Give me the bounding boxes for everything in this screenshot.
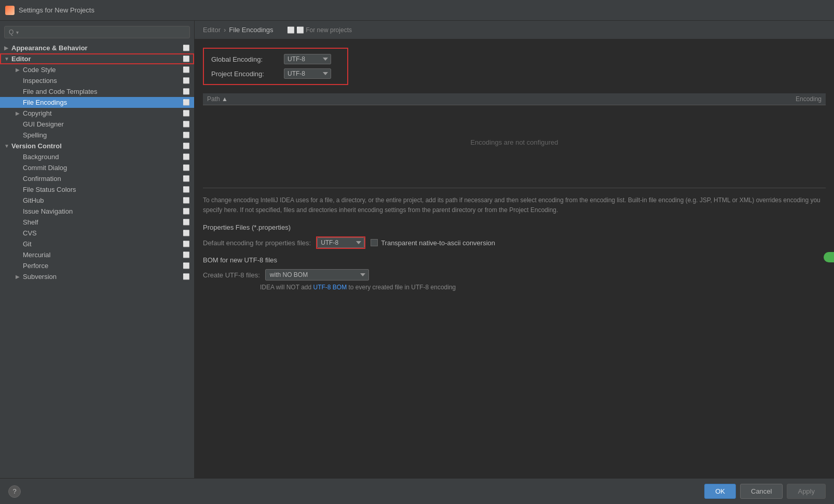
search-dropdown: ▾ bbox=[16, 30, 19, 35]
title-bar: Settings for New Projects bbox=[0, 0, 834, 21]
properties-encoding-row: Default encoding for properties files: U… bbox=[203, 236, 826, 249]
sidebar-item-subversion[interactable]: ▶ Subversion ⬜ bbox=[0, 271, 194, 282]
sidebar-item-copyright[interactable]: ▶ Copyright ⬜ bbox=[0, 108, 194, 119]
copy-icon-copyright: ⬜ bbox=[183, 110, 190, 117]
transparent-conversion-row: Transparent native-to-ascii conversion bbox=[371, 239, 495, 247]
search-box[interactable]: Q ▾ bbox=[4, 26, 190, 38]
create-utf8-label: Create UTF-8 files: bbox=[203, 271, 260, 279]
copy-icon-cvs: ⬜ bbox=[183, 230, 190, 236]
action-buttons: OK Cancel Apply bbox=[704, 484, 826, 499]
copy-icon-file-status-colors: ⬜ bbox=[183, 186, 190, 193]
sidebar-item-label-git: Git bbox=[23, 240, 180, 248]
sidebar-item-commit-dialog[interactable]: Commit Dialog ⬜ bbox=[0, 162, 194, 173]
bottom-bar: ? OK Cancel Apply bbox=[0, 478, 834, 504]
sidebar: Q ▾ ▶ Appearance & Behavior ⬜ ▼ Editor ⬜… bbox=[0, 21, 195, 478]
copy-icon-subversion: ⬜ bbox=[183, 273, 190, 280]
folder-icon: ⬜ bbox=[287, 26, 295, 34]
sidebar-item-code-style[interactable]: ▶ Code Style ⬜ bbox=[0, 64, 194, 75]
sidebar-item-label-code-style: Code Style bbox=[23, 66, 180, 74]
copy-icon-mercurial: ⬜ bbox=[183, 251, 190, 258]
path-column-header[interactable]: Path ▲ bbox=[203, 93, 722, 105]
sidebar-item-label-file-status-colors: File Status Colors bbox=[23, 186, 180, 193]
global-encoding-select[interactable]: UTF-8 UTF-16 ISO-8859-1 bbox=[284, 54, 331, 64]
sidebar-item-inspections[interactable]: Inspections ⬜ bbox=[0, 75, 194, 86]
sidebar-item-perforce[interactable]: Perforce ⬜ bbox=[0, 260, 194, 271]
sidebar-item-appearance[interactable]: ▶ Appearance & Behavior ⬜ bbox=[0, 43, 194, 53]
sidebar-item-label-inspections: Inspections bbox=[23, 77, 180, 85]
default-encoding-label: Default encoding for properties files: bbox=[203, 239, 311, 247]
content-scroll[interactable]: Global Encoding: UTF-8 UTF-16 ISO-8859-1… bbox=[195, 39, 834, 478]
breadcrumb-editor[interactable]: Editor bbox=[203, 26, 221, 34]
tree-arrow-code-style: ▶ bbox=[16, 67, 23, 73]
bom-link[interactable]: UTF-8 BOM bbox=[313, 284, 347, 291]
sidebar-item-background[interactable]: Background ⬜ bbox=[0, 151, 194, 162]
sidebar-item-label-github: GitHub bbox=[23, 197, 180, 204]
properties-select-wrapper: UTF-8 UTF-16 ISO-8859-1 bbox=[316, 236, 365, 249]
copy-icon-appearance: ⬜ bbox=[183, 45, 190, 51]
transparent-conversion-checkbox[interactable] bbox=[371, 239, 378, 246]
encoding-section: Global Encoding: UTF-8 UTF-16 ISO-8859-1… bbox=[203, 48, 348, 85]
sidebar-item-file-code-templates[interactable]: File and Code Templates ⬜ bbox=[0, 86, 194, 97]
properties-encoding-select[interactable]: UTF-8 UTF-16 ISO-8859-1 bbox=[317, 237, 364, 248]
empty-table-row: Encodings are not configured bbox=[203, 105, 826, 180]
tree-arrow-editor: ▼ bbox=[4, 56, 11, 62]
sidebar-item-editor[interactable]: ▼ Editor ⬜ bbox=[0, 53, 194, 64]
sidebar-item-label-confirmation: Confirmation bbox=[23, 175, 180, 183]
path-table: Path ▲ Encoding Encodings are not config… bbox=[203, 93, 826, 179]
sidebar-item-confirmation[interactable]: Confirmation ⬜ bbox=[0, 173, 194, 184]
copy-icon-file-code-templates: ⬜ bbox=[183, 88, 190, 95]
sidebar-item-shelf[interactable]: Shelf ⬜ bbox=[0, 217, 194, 228]
project-encoding-label: Project Encoding: bbox=[211, 70, 279, 78]
cancel-button[interactable]: Cancel bbox=[740, 484, 783, 499]
breadcrumb-file-encodings: File Encodings bbox=[229, 26, 273, 34]
copy-icon-github: ⬜ bbox=[183, 197, 190, 204]
copy-icon-git: ⬜ bbox=[183, 241, 190, 247]
sidebar-item-issue-navigation[interactable]: Issue Navigation ⬜ bbox=[0, 206, 194, 217]
sidebar-item-file-status-colors[interactable]: File Status Colors ⬜ bbox=[0, 184, 194, 195]
bom-select[interactable]: with NO BOM with BOM with BOM if needed bbox=[265, 269, 369, 281]
ok-button[interactable]: OK bbox=[704, 484, 736, 499]
copy-icon-perforce: ⬜ bbox=[183, 262, 190, 269]
copy-icon-commit-dialog: ⬜ bbox=[183, 164, 190, 171]
copy-icon-code-style: ⬜ bbox=[183, 66, 190, 73]
breadcrumb-separator: › bbox=[224, 26, 226, 34]
bom-note: IDEA will NOT add UTF-8 BOM to every cre… bbox=[203, 284, 826, 291]
encoding-column-header[interactable]: Encoding bbox=[722, 93, 826, 105]
apply-button[interactable]: Apply bbox=[787, 484, 826, 499]
search-icon: Q bbox=[9, 29, 13, 36]
copy-icon-version-control: ⬜ bbox=[183, 143, 190, 149]
project-encoding-select[interactable]: UTF-8 UTF-16 ISO-8859-1 bbox=[284, 68, 331, 79]
sidebar-item-cvs[interactable]: CVS ⬜ bbox=[0, 228, 194, 239]
main-container: Q ▾ ▶ Appearance & Behavior ⬜ ▼ Editor ⬜… bbox=[0, 21, 834, 478]
bom-section: BOM for new UTF-8 files Create UTF-8 fil… bbox=[203, 256, 826, 291]
sidebar-item-file-encodings[interactable]: File Encodings ⬜ bbox=[0, 97, 194, 108]
sidebar-item-label-background: Background bbox=[23, 153, 180, 161]
content-area: Editor › File Encodings ⬜ ⬜ For new proj… bbox=[195, 21, 834, 478]
sidebar-item-spelling[interactable]: Spelling ⬜ bbox=[0, 130, 194, 141]
sidebar-item-label-shelf: Shelf bbox=[23, 218, 180, 226]
bom-row: Create UTF-8 files: with NO BOM with BOM… bbox=[203, 269, 826, 281]
window-title: Settings for New Projects bbox=[19, 6, 94, 14]
green-dot bbox=[824, 252, 834, 262]
copy-icon-issue-navigation: ⬜ bbox=[183, 208, 190, 215]
sidebar-item-gui-designer[interactable]: GUI Designer ⬜ bbox=[0, 119, 194, 130]
tree-container: ▶ Appearance & Behavior ⬜ ▼ Editor ⬜ ▶ C… bbox=[0, 43, 194, 282]
help-button[interactable]: ? bbox=[8, 485, 21, 498]
tree-arrow-copyright: ▶ bbox=[16, 110, 23, 116]
global-encoding-row: Global Encoding: UTF-8 UTF-16 ISO-8859-1 bbox=[211, 54, 340, 64]
sidebar-item-git[interactable]: Git ⬜ bbox=[0, 239, 194, 249]
sidebar-item-label-mercurial: Mercurial bbox=[23, 251, 180, 259]
sidebar-item-label-cvs: CVS bbox=[23, 229, 180, 237]
sidebar-item-version-control[interactable]: ▼ Version Control ⬜ bbox=[0, 141, 194, 151]
sidebar-item-mercurial[interactable]: Mercurial ⬜ bbox=[0, 249, 194, 260]
tree-arrow-version-control: ▼ bbox=[4, 143, 11, 149]
table-header-row: Path ▲ Encoding bbox=[203, 93, 826, 105]
sidebar-item-label-version-control: Version Control bbox=[11, 142, 180, 150]
info-text: To change encoding IntelliJ IDEA uses fo… bbox=[203, 188, 826, 215]
sidebar-item-github[interactable]: GitHub ⬜ bbox=[0, 195, 194, 206]
sidebar-item-label-issue-navigation: Issue Navigation bbox=[23, 207, 180, 215]
breadcrumb: Editor › File Encodings ⬜ ⬜ For new proj… bbox=[195, 21, 834, 39]
project-encoding-row: Project Encoding: UTF-8 UTF-16 ISO-8859-… bbox=[211, 68, 340, 79]
properties-section: Properties Files (*.properties) Default … bbox=[203, 223, 826, 249]
sidebar-item-label-spelling: Spelling bbox=[23, 131, 180, 139]
